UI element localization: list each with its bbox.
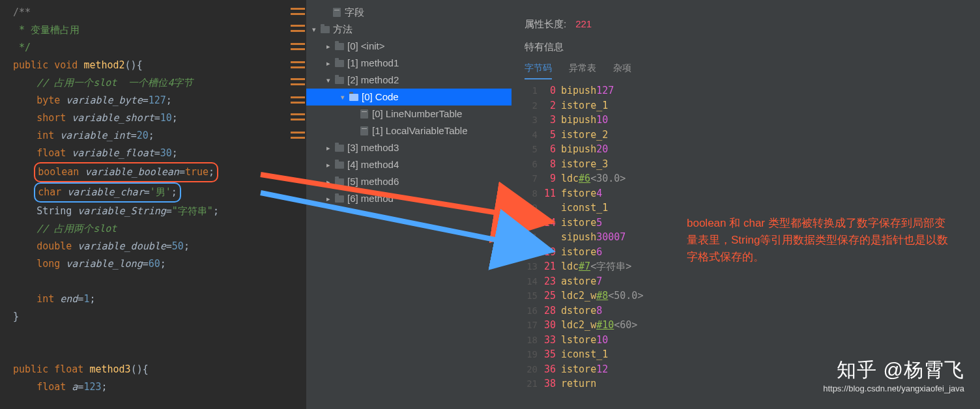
bc-arg: 20 [596,142,608,157]
tree-label: [3] method3 [347,139,399,156]
chevron-right-icon[interactable]: ▸ [324,55,332,72]
bc-comment: <50.0> [608,289,643,303]
tree-label: [6] method [347,190,394,207]
highlight-char-line: char variable_char='男'; [34,182,181,203]
bc-offset: 19 [543,245,561,260]
bc-opcode: ldc [561,171,579,186]
chevron-right-icon[interactable]: ▸ [324,38,332,55]
literal: 10 [160,112,172,124]
bc-opcode: istore_2 [561,128,608,143]
bc-opcode: bipush [561,113,596,128]
bc-opcode: iconst_1 [561,201,608,216]
bc-opcode: lstore [561,333,596,348]
bc-comment: <60> [614,318,637,333]
bc-line-num: 18 [525,333,543,348]
gutter-marks [287,0,306,409]
keyword: public [13,363,48,375]
tab-misc[interactable]: 杂项 [613,59,631,79]
bytecode-row[interactable]: 22istore_1 [525,98,980,113]
type: byte [36,94,60,106]
bc-opcode: ldc2_w [561,289,596,303]
var-name: variable_double [78,240,166,252]
bc-opcode: istore [561,245,596,260]
tree-item-method2[interactable]: ▾[2] method2 [306,72,512,89]
literal: '男' [150,186,171,198]
tree-label: [1] method1 [347,55,399,72]
chevron-right-icon[interactable]: ▸ [324,173,332,190]
tree-item-method1[interactable]: ▸[1] method1 [306,55,512,72]
watermark-url: https://blog.csdn.net/yangxiaofei_java [823,384,964,393]
bc-arg: 10 [596,333,608,348]
paren: (){ [131,363,149,375]
literal: 30 [160,147,172,159]
bc-line-num: 13 [525,259,543,274]
chevron-down-icon[interactable]: ▾ [310,21,318,38]
bc-offset: 30 [543,318,561,333]
tree-item-init[interactable]: ▸[0] <init> [306,38,512,55]
chevron-right-icon[interactable]: ▸ [324,139,332,156]
tree-item-lnt[interactable]: [0] LineNumberTable [306,106,512,122]
bc-line-num: 15 [525,289,543,303]
bytecode-row[interactable]: 1833lstore 10 [525,333,980,348]
tree-item-method6[interactable]: ▸[5] method6 [306,173,512,190]
keyword: float [54,363,83,375]
bc-arg: #10 [596,318,614,333]
var-name: variable_boolean [85,166,179,178]
tab-bytecode[interactable]: 字节码 [525,59,552,79]
bytecode-row[interactable]: 9iconst_1 [525,201,980,216]
bc-line-num: 3 [525,113,543,128]
comment: // 占用一个slot 一个槽位4字节 [36,77,193,89]
chevron-down-icon[interactable]: ▾ [339,89,347,106]
tree-item-fields[interactable]: 字段 [306,4,512,21]
literal: 50 [172,240,184,252]
bc-arg: 10 [596,113,608,128]
bytecode-row[interactable]: 56bipush 20 [525,142,980,157]
bytecode-row[interactable]: 33bipush 10 [525,113,980,128]
bc-arg: 7 [596,274,602,289]
bytecode-row[interactable]: 1628dstore 8 [525,303,980,318]
var-name: end [60,293,78,305]
bytecode-row[interactable]: 79ldc #6 <30.0> [525,171,980,186]
tree-item-code[interactable]: ▾[0] Code [306,89,512,106]
bc-line-num: 16 [525,303,543,318]
bc-line-num: 12 [525,245,543,260]
code-editor[interactable]: /** * 变量槽占用 */ public void method2(){ //… [0,0,306,409]
brace: } [13,311,19,322]
chevron-down-icon[interactable]: ▾ [324,72,332,89]
type: String [36,205,72,217]
bc-opcode: dstore [561,303,596,318]
bc-arg: 8 [596,303,602,318]
bc-arg: 30007 [596,230,626,245]
bytecode-row[interactable]: 811fstore 4 [525,186,980,201]
bc-line-num: 19 [525,347,543,362]
literal: 127 [149,94,166,106]
var-name: variable_String [78,205,166,217]
type: double [36,240,72,252]
bc-arg: 127 [596,83,614,98]
bytecode-row[interactable]: 45istore_2 [525,128,980,143]
bytecode-row[interactable]: 1423astore 7 [525,274,980,289]
bc-opcode: istore [561,362,596,377]
tree-label: 方法 [333,21,353,38]
section-title: 特有信息 [525,41,980,53]
tree-item-method3[interactable]: ▸[3] method3 [306,139,512,156]
tree-item-methods[interactable]: ▾方法 [306,21,512,38]
tree-item-method4[interactable]: ▸[4] method4 [306,156,512,173]
tab-exception[interactable]: 异常表 [569,59,596,79]
bytecode-row[interactable]: 10bipush 127 [525,83,980,98]
chevron-right-icon[interactable]: ▸ [324,156,332,173]
bytecode-row[interactable]: 1730ldc2_w #10 <60> [525,318,980,333]
bytecode-row[interactable]: 1525ldc2_w #8 <50.0> [525,289,980,303]
bytecode-row[interactable]: 68istore_3 [525,157,980,172]
bc-offset: 25 [543,289,561,303]
chevron-right-icon[interactable]: ▸ [324,190,332,207]
tree-item-lvt[interactable]: [1] LocalVariableTable [306,122,512,139]
annotation-text: boolean 和 char 类型都被转换成了数字保存到局部变量表里，Strin… [687,215,954,266]
tree-item-method6b[interactable]: ▸[6] method [306,190,512,207]
bc-offset: 5 [543,128,561,143]
structure-tree[interactable]: 字段 ▾方法 ▸[0] <init> ▸[1] method1 ▾[2] met… [306,0,512,409]
bc-line-num: 11 [525,230,543,245]
bc-offset: 14 [543,216,561,231]
bc-opcode: return [561,376,596,391]
method-name: method2 [83,59,124,71]
